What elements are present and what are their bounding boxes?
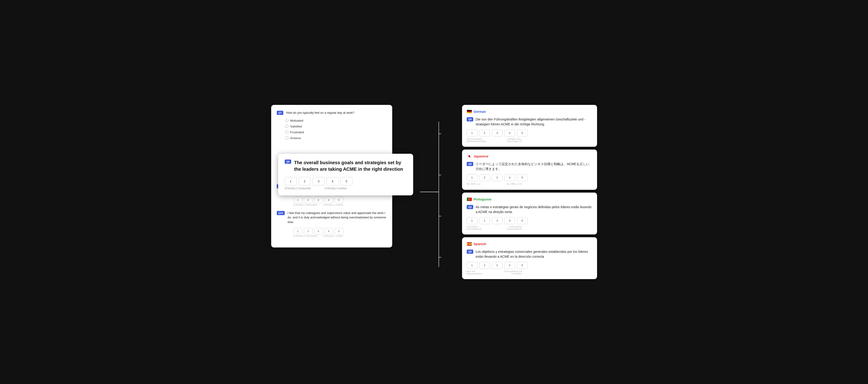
portuguese-label-right: CONCORDO PLENAMENTE [507, 225, 522, 230]
q7-block: Q7 How do you typically feel on a regula… [277, 110, 386, 140]
german-scale-2[interactable]: 2 [479, 130, 490, 137]
portuguese-scale-2[interactable]: 2 [479, 217, 490, 224]
german-scale-labels: ENTSCHIEDEN WIDERSPRECHEN STIMME VOLL UN… [467, 138, 522, 143]
option-satisfied-label: Satisfied [290, 125, 302, 128]
q9-scale-4[interactable]: 4 [324, 197, 333, 203]
german-q-badge: Q8 [467, 117, 473, 121]
japanese-q-badge: Q8 [467, 162, 473, 166]
spanish-scale: 1 2 3 4 5 [467, 262, 592, 269]
portuguese-lang-header: 🇵🇹 Portuguese [467, 197, 592, 202]
spanish-scale-5[interactable]: 5 [517, 262, 528, 269]
q8-badge: Q8 [285, 160, 291, 164]
spanish-flag: 🇪🇸 [467, 241, 472, 247]
spanish-q-badge: Q8 [467, 250, 473, 254]
q10-badge: Q10 [277, 211, 285, 215]
portuguese-label-left: DISCORDO FORTEMENTE [467, 225, 482, 230]
q8-highlight-card: Q8 The overall business goals and strate… [278, 154, 413, 196]
portuguese-scale-5[interactable]: 5 [517, 217, 528, 224]
q8-scale-labels: STRONGLY DISAGREE STRONGLY AGREE [285, 187, 347, 190]
option-satisfied[interactable]: Satisfied [285, 125, 386, 128]
q8-scale-4[interactable]: 4 [327, 177, 339, 185]
spanish-label-left: MUY EN DESACUERDO [467, 270, 482, 275]
q8-scale: 1 2 3 4 5 [285, 177, 407, 185]
q8-scale-2[interactable]: 2 [299, 177, 311, 185]
german-scale-4[interactable]: 4 [504, 130, 515, 137]
q10-header: Q10 I feel that my colleagues and superv… [277, 211, 386, 224]
q10-block: Q10 I feel that my colleagues and superv… [277, 211, 386, 238]
german-label-left: ENTSCHIEDEN WIDERSPRECHEN [467, 138, 486, 143]
spanish-scale-labels: MUY EN DESACUERDO TOTALMENTE DE ACUERDO [467, 270, 522, 275]
portuguese-q-badge: Q8 [467, 205, 473, 209]
connector-container [415, 110, 443, 279]
q10-scale: 1 2 3 4 5 [293, 228, 386, 235]
q8-label-right: STRONGLY AGREE [325, 187, 347, 190]
japanese-scale-1[interactable]: 1 [467, 174, 477, 181]
portuguese-lang-name: Portuguese [474, 198, 492, 201]
spanish-label-right: TOTALMENTE DE ACUERDO [504, 270, 522, 275]
radio-frustrated[interactable] [285, 131, 288, 134]
q10-scale-1[interactable]: 1 [293, 228, 302, 235]
q10-scale-5[interactable]: 5 [335, 228, 343, 235]
german-scale: 1 2 3 4 5 [467, 130, 592, 137]
japanese-scale-labels: 強く同意しない 強く同意します [467, 183, 522, 185]
spanish-scale-2[interactable]: 2 [479, 262, 490, 269]
left-section: Q7 How do you typically feel on a regula… [271, 105, 415, 247]
german-lang-name: German [474, 110, 486, 113]
option-frustrated[interactable]: Frustrated [285, 131, 386, 134]
spanish-lang-name: Spanish [474, 242, 486, 246]
main-container: Q7 How do you typically feel on a regula… [271, 105, 597, 279]
portuguese-scale-1[interactable]: 1 [467, 217, 477, 224]
q9-scale-1[interactable]: 1 [293, 197, 302, 203]
option-motivated[interactable]: Motivated [285, 119, 386, 123]
q8-scale-3[interactable]: 3 [313, 177, 325, 185]
portuguese-scale-4[interactable]: 4 [504, 217, 515, 224]
q7-text: How do you typically feel on a regular d… [286, 110, 354, 115]
portuguese-scale-3[interactable]: 3 [492, 217, 502, 224]
spanish-scale-4[interactable]: 4 [504, 262, 515, 269]
japanese-scale-3[interactable]: 3 [492, 174, 502, 181]
translation-card-portuguese: 🇵🇹 Portuguese Q8 As metas e estratégias … [462, 193, 597, 235]
q9-scale-2[interactable]: 2 [304, 197, 313, 203]
q8-scale-1[interactable]: 1 [285, 177, 297, 185]
german-scale-1[interactable]: 1 [467, 130, 477, 137]
japanese-scale-2[interactable]: 2 [479, 174, 490, 181]
q10-scale-2[interactable]: 2 [304, 228, 313, 235]
q7-options: Motivated Satisfied Frustrated Anxious [285, 119, 386, 140]
radio-motivated[interactable] [285, 119, 288, 122]
japanese-lang-name: Japanese [474, 154, 489, 158]
q10-label-left: STRONGLY DISAGREE [293, 235, 317, 237]
spanish-scale-1[interactable]: 1 [467, 262, 477, 269]
q9-scale: 1 2 3 4 5 [293, 197, 386, 203]
option-frustrated-label: Frustrated [290, 131, 304, 134]
q9-scale-5[interactable]: 5 [335, 197, 343, 203]
japanese-scale-4[interactable]: 4 [504, 174, 515, 181]
q8-scale-5[interactable]: 5 [341, 177, 353, 185]
radio-satisfied[interactable] [285, 125, 288, 128]
radio-anxious[interactable] [285, 136, 288, 140]
q8-header: Q8 The overall business goals and strate… [285, 159, 407, 172]
german-q-text: Die von den Führungskräften festgelegten… [475, 117, 592, 127]
q10-scale-4[interactable]: 4 [324, 228, 333, 235]
q10-scale-labels: STRONGLY DISAGREE STRONGLY AGREE [293, 235, 343, 237]
option-motivated-label: Motivated [290, 119, 303, 123]
german-lang-header: 🇩🇪 German [467, 109, 592, 114]
spanish-q-text: Los objetivos y estrategias comerciales … [475, 249, 592, 259]
german-scale-5[interactable]: 5 [517, 130, 528, 137]
japanese-lang-header: 🇯🇵 Japanese [467, 154, 592, 159]
spanish-scale-3[interactable]: 3 [492, 262, 502, 269]
portuguese-q-header: Q8 As metas e estratégias gerais de negó… [467, 205, 592, 214]
german-scale-3[interactable]: 3 [492, 130, 502, 137]
japanese-scale: 1 2 3 4 5 [467, 174, 592, 181]
german-label-right: STIMME VOLL UND GANZ ZU [507, 138, 522, 143]
japanese-label-left: 強く同意しない [467, 183, 482, 185]
japanese-q-header: Q8 リーダーによって設定された全体的なビジネス目標と戦略は、ACMEを正しい方… [467, 162, 592, 171]
q9-scale-3[interactable]: 3 [314, 197, 323, 203]
q10-scale-3[interactable]: 3 [314, 228, 323, 235]
spanish-lang-header: 🇪🇸 Spanish [467, 241, 592, 247]
option-anxious[interactable]: Anxious [285, 136, 386, 140]
japanese-scale-5[interactable]: 5 [517, 174, 528, 181]
q9-scale-labels: STRONGLY DISAGREE STRONGLY AGREE [293, 204, 343, 206]
portuguese-q-text: As metas e estratégias gerais de negócio… [475, 205, 592, 214]
portuguese-scale-labels: DISCORDO FORTEMENTE CONCORDO PLENAMENTE [467, 225, 522, 230]
q9-label-right: STRONGLY AGREE [323, 204, 343, 206]
